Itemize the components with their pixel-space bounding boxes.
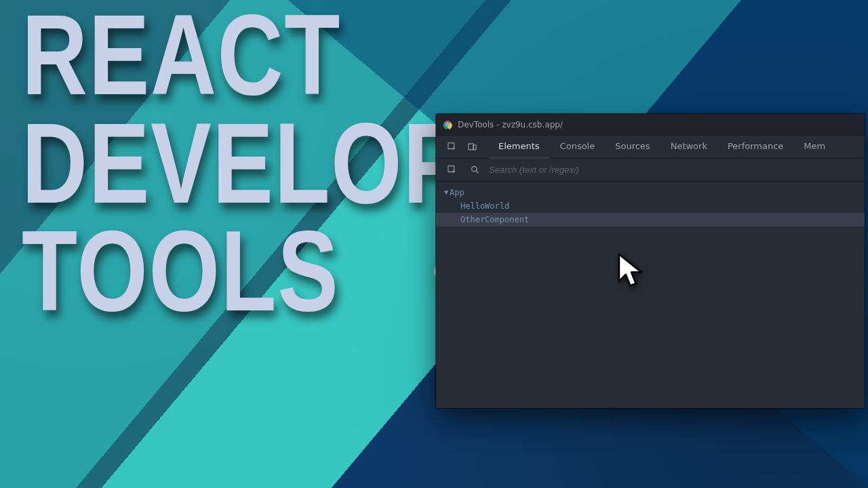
svg-point-6 [446, 123, 449, 126]
component-search-input[interactable] [489, 165, 760, 175]
component-searchbar [436, 159, 865, 182]
tree-node-label: App [450, 186, 465, 199]
tab-network[interactable]: Network [661, 136, 717, 159]
titlebar[interactable]: DevTools - zvz9u.csb.app/ [436, 114, 865, 136]
tree-node-label: OtherComponent [460, 213, 529, 226]
select-component-icon[interactable] [443, 161, 460, 179]
tree-node-othercomponent[interactable]: OtherComponent [436, 213, 865, 226]
tree-node-app[interactable]: ▼ App [436, 186, 865, 199]
tab-sources[interactable]: Sources [606, 136, 659, 159]
component-tree: ▼ App HelloWorld OtherComponent [436, 182, 865, 230]
devtools-tabbar: Elements Console Sources Network Perform… [436, 136, 865, 159]
caret-down-icon: ▼ [444, 186, 448, 199]
tree-node-label: HelloWorld [460, 199, 509, 213]
svg-point-11 [471, 167, 477, 172]
inspect-element-icon[interactable] [443, 138, 460, 156]
chrome-icon [443, 120, 452, 129]
window-title: DevTools - zvz9u.csb.app/ [458, 120, 563, 129]
devtools-window: DevTools - zvz9u.csb.app/ Elements Conso… [436, 114, 865, 408]
device-toolbar-icon[interactable] [463, 138, 481, 156]
tab-console[interactable]: Console [551, 136, 605, 159]
search-icon [466, 161, 484, 179]
tab-elements[interactable]: Elements [489, 136, 549, 159]
headline-line-3: TOOLS [22, 218, 340, 326]
tab-performance[interactable]: Performance [718, 136, 793, 159]
tab-memory[interactable]: Mem [794, 136, 835, 159]
tree-node-helloworld[interactable]: HelloWorld [436, 199, 865, 213]
headline-line-1: REACT [22, 1, 593, 110]
